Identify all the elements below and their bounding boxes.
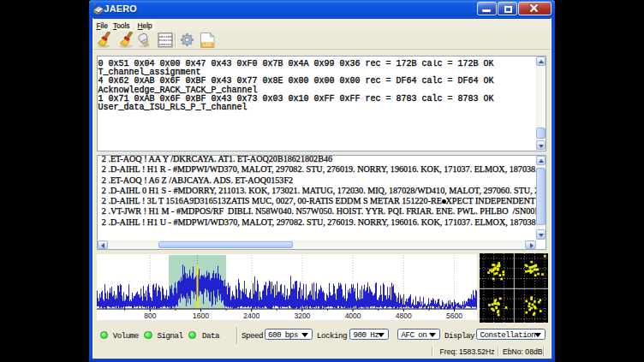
svg-text:4000: 4000 <box>345 312 361 320</box>
svg-text:3200: 3200 <box>294 312 310 320</box>
svg-text:2400: 2400 <box>243 312 259 320</box>
svg-text:1600: 1600 <box>193 312 209 320</box>
svg-text:5600: 5600 <box>446 312 462 320</box>
svg-text:LOG: LOG <box>203 43 212 47</box>
svg-text:4800: 4800 <box>396 312 412 320</box>
svg-text:100101: 100101 <box>158 42 172 46</box>
svg-text:800: 800 <box>144 312 156 320</box>
